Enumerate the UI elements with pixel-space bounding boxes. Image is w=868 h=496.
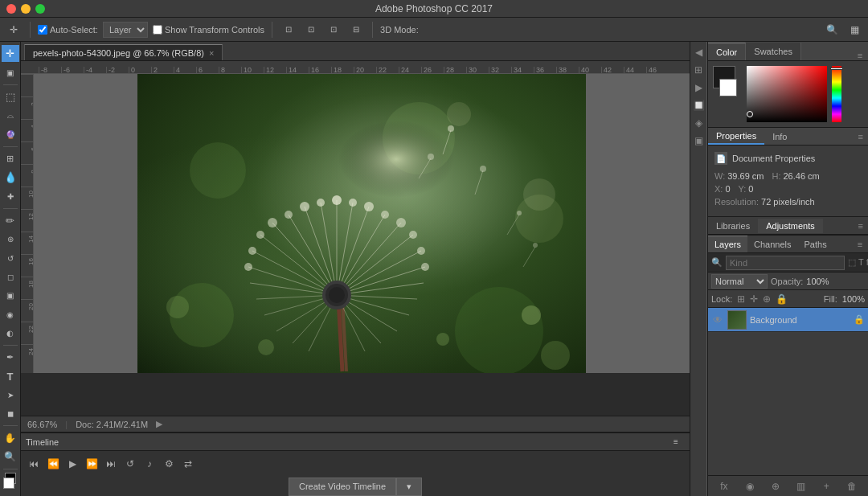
move-tool-btn[interactable]: ✛: [5, 21, 23, 39]
marquee-tool[interactable]: ⬚: [2, 88, 19, 105]
layers-options-btn[interactable]: ≡: [852, 240, 868, 249]
quick-select-tool[interactable]: 🔮: [2, 125, 19, 142]
ruler-mark: 30: [466, 67, 489, 73]
panel-icon-1[interactable]: ⊞: [691, 63, 706, 77]
align-right-btn[interactable]: ⊡: [325, 21, 342, 39]
lock-transparent-icon[interactable]: ⊞: [737, 293, 745, 305]
color-swatches-tool[interactable]: [2, 473, 19, 496]
tab-color[interactable]: Color: [708, 43, 746, 60]
lock-all-icon[interactable]: 🔒: [776, 293, 788, 305]
panel-icon-3[interactable]: 🔲: [691, 98, 706, 113]
panel-icon-2[interactable]: ▶: [691, 80, 706, 95]
align-left-btn[interactable]: ⊡: [280, 21, 297, 39]
create-timeline-dropdown[interactable]: ▾: [396, 478, 422, 496]
eraser-tool[interactable]: ◻: [2, 268, 19, 285]
stamp-tool[interactable]: ⊛: [2, 231, 19, 248]
layer-group-btn[interactable]: ▥: [792, 478, 809, 494]
tl-play-btn[interactable]: ▶: [64, 456, 80, 472]
blur-tool[interactable]: ◉: [2, 305, 19, 322]
hue-slider[interactable]: [832, 66, 841, 122]
brush-tool[interactable]: ✏: [2, 212, 19, 229]
layer-adjustment-btn[interactable]: ⊕: [768, 478, 784, 494]
lasso-tool[interactable]: ⌓: [2, 107, 19, 124]
layer-select[interactable]: Layer: [103, 22, 148, 38]
tl-prev-btn[interactable]: ⏪: [45, 456, 61, 472]
filter-type-icon[interactable]: T: [858, 257, 864, 268]
tab-properties[interactable]: Properties: [708, 129, 764, 145]
align-center-btn[interactable]: ⊡: [302, 21, 320, 39]
tl-loop-btn[interactable]: ↺: [122, 456, 138, 472]
gradient-tool[interactable]: ▣: [2, 287, 19, 304]
history-brush-tool[interactable]: ↺: [2, 249, 19, 266]
tab-paths[interactable]: Paths: [798, 236, 833, 252]
layer-visibility-eye[interactable]: 👁: [711, 314, 724, 326]
props-row-xy: X: 0 Y: 0: [714, 184, 862, 194]
transform-checkbox[interactable]: [153, 25, 162, 35]
create-video-timeline-btn[interactable]: Create Video Timeline: [289, 478, 396, 496]
maximize-button[interactable]: [35, 4, 45, 14]
opacity-label: Opacity:: [771, 277, 803, 286]
lock-position-icon[interactable]: ⊕: [763, 293, 771, 305]
panel-arrow-btn[interactable]: ◀: [691, 45, 706, 59]
tl-convert-btn[interactable]: ⇄: [180, 456, 196, 472]
path-select-tool[interactable]: ➤: [2, 387, 19, 404]
tab-close-btn[interactable]: ×: [209, 48, 214, 58]
tl-audio-btn[interactable]: ♪: [141, 456, 158, 472]
lock-image-icon[interactable]: ✛: [750, 293, 758, 305]
tab-channels[interactable]: Channels: [747, 236, 797, 252]
tl-last-btn[interactable]: ⏭: [103, 456, 119, 472]
tab-libraries[interactable]: Libraries: [708, 219, 758, 233]
panels-btn[interactable]: ▦: [845, 21, 863, 39]
filter-pixel-icon[interactable]: ⬚: [848, 257, 856, 268]
blend-mode-select[interactable]: Normal: [711, 274, 768, 289]
zoom-tool[interactable]: 🔍: [2, 449, 19, 465]
tab-layers[interactable]: Layers: [708, 236, 747, 252]
libs-options-btn[interactable]: ≡: [854, 221, 868, 231]
hand-tool[interactable]: ✋: [2, 429, 19, 446]
layer-delete-btn[interactable]: 🗑: [844, 478, 860, 494]
photo-canvas[interactable]: [137, 74, 586, 373]
background-color[interactable]: [719, 79, 737, 96]
layer-new-btn[interactable]: +: [818, 478, 834, 494]
layer-item-background[interactable]: 👁 Background 🔒: [708, 308, 868, 332]
tab-swatches[interactable]: Swatches: [746, 43, 801, 60]
color-gradient-picker[interactable]: [747, 66, 827, 122]
tl-next-btn[interactable]: ⏩: [84, 456, 100, 472]
color-panel-options-btn[interactable]: ≡: [852, 51, 868, 60]
svg-point-52: [329, 287, 345, 303]
svg-point-67: [166, 296, 189, 318]
tl-first-btn[interactable]: ⏮: [26, 456, 42, 472]
svg-point-64: [436, 333, 449, 346]
auto-select-checkbox[interactable]: [38, 25, 47, 35]
app-title: Adobe Photoshop CC 2017: [375, 3, 493, 14]
panel-icon-5[interactable]: ▣: [691, 133, 706, 148]
document-tab[interactable]: pexels-photo-54300.jpeg @ 66.7% (RGB/8) …: [24, 44, 223, 60]
healing-tool[interactable]: ✚: [2, 187, 19, 204]
eyedropper-tool[interactable]: 💧: [2, 169, 19, 186]
pen-tool[interactable]: ✒: [2, 349, 19, 366]
search-btn[interactable]: 🔍: [823, 21, 841, 39]
tab-adjustments[interactable]: Adjustments: [758, 219, 823, 233]
3d-mode-label: 3D Mode:: [380, 25, 419, 35]
layer-fx-btn[interactable]: fx: [716, 478, 732, 494]
props-options-btn[interactable]: ≡: [854, 132, 868, 141]
tab-info[interactable]: Info: [764, 129, 795, 144]
layers-kind-input[interactable]: [726, 256, 845, 270]
shape-tool[interactable]: ◼: [2, 405, 19, 422]
dodge-tool[interactable]: ◐: [2, 325, 19, 342]
layer-mask-btn[interactable]: ◉: [742, 478, 758, 494]
minimize-button[interactable]: [21, 4, 31, 14]
ruler-mark: 20: [354, 67, 376, 73]
status-arrow-btn[interactable]: ▶: [156, 419, 162, 429]
svg-point-43: [396, 218, 406, 228]
move-tool[interactable]: ✛: [2, 45, 19, 62]
text-tool[interactable]: T: [2, 367, 19, 384]
close-button[interactable]: [6, 4, 16, 14]
artboard-tool[interactable]: ▣: [2, 64, 19, 80]
timeline-options-btn[interactable]: ≡: [667, 433, 685, 451]
panel-icon-4[interactable]: ◈: [691, 116, 706, 130]
canvas-scroll[interactable]: [34, 74, 690, 373]
crop-tool[interactable]: ⊞: [2, 150, 19, 167]
distribute-btn[interactable]: ⊟: [347, 21, 365, 39]
tl-settings-btn[interactable]: ⚙: [161, 456, 177, 472]
